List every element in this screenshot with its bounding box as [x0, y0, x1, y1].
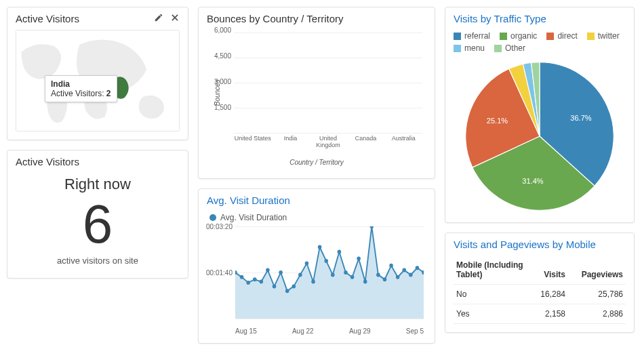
line-point[interactable] — [363, 280, 367, 284]
card-header: Active Visitors — [7, 7, 188, 27]
line-point[interactable] — [331, 272, 335, 277]
right-now-sub: active visitors on site — [16, 256, 180, 266]
avg-duration-line-chart: 00:01:4000:03:20 Aug 15Aug 22Aug 29Sep 5 — [207, 226, 426, 335]
line-point[interactable] — [376, 272, 380, 277]
line-point[interactable] — [338, 249, 342, 254]
world-map[interactable]: India Active Visitors: 2 — [16, 30, 180, 132]
line-point[interactable] — [292, 284, 296, 288]
line-point[interactable] — [350, 275, 355, 279]
pie-label: 36.7% — [570, 114, 591, 122]
bounces-bar-chart: Bounces 1,5003,0004,5006,000 United Stat… — [207, 30, 426, 159]
legend-item-twitter[interactable]: twitter — [587, 31, 620, 41]
mobile-card: Visits and Pageviews by Mobile Mobile (I… — [445, 232, 635, 333]
card-title: Visits and Pageviews by Mobile — [454, 239, 596, 250]
card-title: Active Visitors — [16, 156, 79, 167]
right-now-card: Active Visitors Right now 6 active visit… — [7, 150, 188, 279]
mobile-table: Mobile (Including Tablet) Visits Pagevie… — [454, 256, 626, 324]
line-point[interactable] — [409, 272, 413, 277]
line-point[interactable] — [370, 226, 374, 228]
legend-swatch-icon — [494, 45, 502, 52]
legend-item-other[interactable]: Other — [494, 43, 525, 53]
line-point[interactable] — [402, 268, 406, 272]
legend-item-organic[interactable]: organic — [500, 31, 537, 41]
tooltip-metric-label: Active Visitors: — [51, 89, 104, 98]
card-title: Avg. Visit Duration — [207, 195, 290, 206]
bounces-card: Bounces by Country / Territory Bounces 1… — [198, 7, 435, 179]
right-now-label: Right now — [16, 176, 180, 193]
pie-legend: referralorganicdirecttwittermenuOther — [454, 30, 626, 58]
line-point[interactable] — [389, 264, 393, 268]
line-point[interactable] — [383, 277, 387, 281]
right-now-value: 6 — [16, 197, 180, 251]
legend-swatch-icon — [587, 33, 595, 40]
legend-dot-icon — [209, 214, 216, 221]
card-title: Visits by Traffic Type — [454, 13, 546, 24]
col-visits: Visits — [531, 256, 568, 285]
line-point[interactable] — [311, 280, 315, 284]
traffic-type-card: Visits by Traffic Type referralorganicdi… — [445, 7, 635, 223]
card-title: Active Visitors — [16, 13, 79, 24]
line-point[interactable] — [416, 266, 420, 270]
legend-swatch-icon — [454, 33, 461, 40]
line-point[interactable] — [253, 277, 257, 281]
table-row: Yes 2,158 2,886 — [454, 304, 626, 324]
line-point[interactable] — [305, 261, 309, 265]
line-point[interactable] — [318, 245, 322, 249]
legend-swatch-icon — [454, 45, 461, 52]
line-legend: Avg. Visit Duration — [207, 211, 426, 226]
line-point[interactable] — [298, 272, 302, 277]
pie-label: 25.1% — [487, 117, 508, 125]
line-point[interactable] — [279, 270, 283, 275]
legend-item-menu[interactable]: menu — [454, 43, 485, 53]
line-point[interactable] — [344, 270, 348, 275]
line-point[interactable] — [246, 281, 250, 285]
legend-swatch-icon — [500, 33, 507, 40]
map-tooltip: India Active Visitors: 2 — [45, 75, 117, 102]
legend-item-direct[interactable]: direct — [546, 31, 577, 41]
table-row: No 16,284 25,786 — [454, 285, 626, 304]
line-point[interactable] — [266, 268, 270, 272]
avg-duration-card: Avg. Visit Duration Avg. Visit Duration … — [198, 188, 435, 344]
line-point[interactable] — [240, 275, 244, 279]
tooltip-country: India — [51, 79, 70, 89]
line-point[interactable] — [273, 284, 277, 288]
pie-label: 31.4% — [522, 177, 543, 185]
bar-x-axis-label: Country / Territory — [207, 159, 426, 170]
line-point[interactable] — [396, 275, 400, 279]
line-point[interactable] — [324, 259, 328, 263]
tooltip-metric-value: 2 — [106, 89, 111, 98]
line-point[interactable] — [260, 280, 264, 284]
legend-item-referral[interactable]: referral — [454, 31, 490, 41]
legend-label: Avg. Visit Duration — [220, 213, 287, 222]
line-point[interactable] — [357, 257, 361, 261]
col-mobile: Mobile (Including Tablet) — [454, 256, 531, 285]
line-point[interactable] — [285, 289, 289, 293]
edit-icon[interactable] — [154, 13, 163, 24]
card-title: Bounces by Country / Territory — [207, 13, 343, 24]
traffic-type-pie-chart: 36.7%31.4%25.1% — [462, 58, 618, 214]
legend-swatch-icon — [546, 33, 554, 40]
col-pageviews: Pageviews — [568, 256, 626, 285]
close-icon[interactable] — [170, 13, 180, 24]
active-visitors-map-card: Active Visitors — [7, 7, 188, 140]
